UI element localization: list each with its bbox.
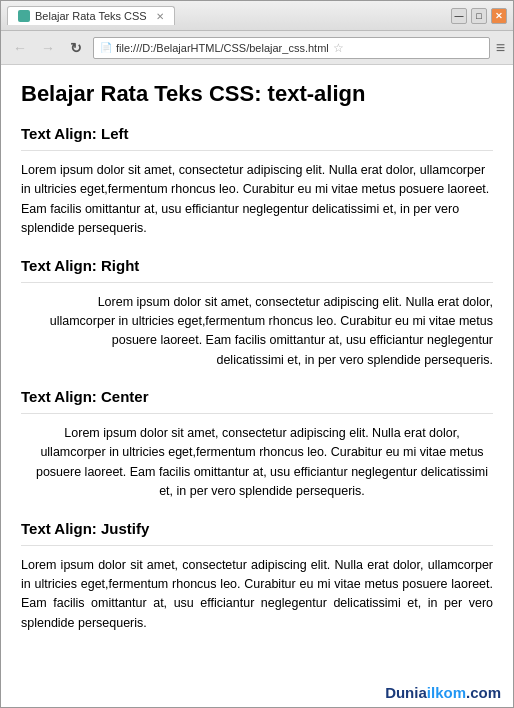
url-text: file:///D:/BelajarHTML/CSS/belajar_css.h…: [116, 42, 329, 54]
address-bar: ← → ↻ 📄 file:///D:/BelajarHTML/CSS/belaj…: [1, 31, 513, 65]
page-content: Belajar Rata Teks CSS: text-align Text A…: [1, 65, 513, 680]
divider-justify: [21, 545, 493, 546]
browser-menu-button[interactable]: ≡: [496, 39, 505, 57]
title-bar: Belajar Rata Teks CSS ✕ — □ ✕: [1, 1, 513, 31]
reload-button[interactable]: ↻: [65, 37, 87, 59]
minimize-button[interactable]: —: [451, 8, 467, 24]
watermark-ilkom: ilkom: [427, 684, 466, 701]
browser-window: Belajar Rata Teks CSS ✕ — □ ✕ ← → ↻: [0, 0, 514, 708]
tab-title: Belajar Rata Teks CSS: [35, 10, 147, 22]
window-controls: — □ ✕: [451, 8, 507, 24]
watermark-com: .com: [466, 684, 501, 701]
tab-close-button[interactable]: ✕: [156, 11, 164, 22]
url-bar[interactable]: 📄 file:///D:/BelajarHTML/CSS/belajar_css…: [93, 37, 490, 59]
page-title: Belajar Rata Teks CSS: text-align: [21, 81, 493, 107]
section-heading-right: Text Align: Right: [21, 257, 493, 274]
file-icon: 📄: [100, 42, 112, 53]
forward-button[interactable]: →: [37, 37, 59, 59]
paragraph-left: Lorem ipsum dolor sit amet, consectetur …: [21, 161, 493, 239]
divider-right: [21, 282, 493, 283]
back-button[interactable]: ←: [9, 37, 31, 59]
watermark: Duniailkom.com: [1, 680, 513, 707]
paragraph-center: Lorem ipsum dolor sit amet, consectetur …: [21, 424, 493, 502]
divider-left: [21, 150, 493, 151]
bookmark-star-icon[interactable]: ☆: [333, 41, 344, 55]
watermark-dunia: Dunia: [385, 684, 427, 701]
paragraph-justify: Lorem ipsum dolor sit amet, consectetur …: [21, 556, 493, 634]
browser-tab[interactable]: Belajar Rata Teks CSS ✕: [7, 6, 175, 25]
maximize-button[interactable]: □: [471, 8, 487, 24]
paragraph-right: Lorem ipsum dolor sit amet, consectetur …: [21, 293, 493, 371]
section-heading-center: Text Align: Center: [21, 388, 493, 405]
divider-center: [21, 413, 493, 414]
section-heading-left: Text Align: Left: [21, 125, 493, 142]
close-button[interactable]: ✕: [491, 8, 507, 24]
title-bar-left: Belajar Rata Teks CSS ✕: [7, 6, 175, 25]
tab-favicon: [18, 10, 30, 22]
section-heading-justify: Text Align: Justify: [21, 520, 493, 537]
